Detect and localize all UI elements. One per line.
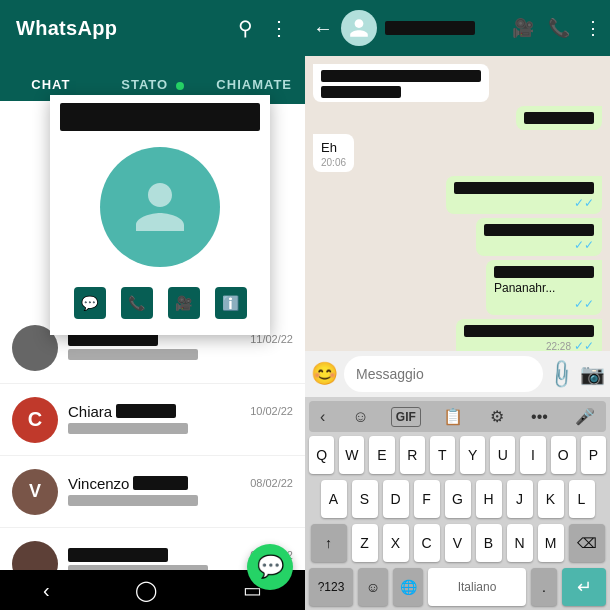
contact-info — [385, 21, 504, 35]
back-button[interactable]: ← — [313, 17, 333, 40]
chat-info: 11/02/22 — [68, 332, 293, 363]
message-bubble: Eh 20:06 — [313, 134, 354, 172]
key-r[interactable]: R — [400, 436, 425, 474]
key-v[interactable]: V — [445, 524, 471, 562]
kb-clipboard-icon[interactable]: 📋 — [438, 405, 468, 428]
contact-name-blur — [385, 21, 475, 35]
chat-info: Vincenzo 08/02/22 — [68, 475, 293, 509]
contact-popup: 💬 📞 🎥 ℹ️ — [50, 95, 270, 335]
avatar-person-icon — [348, 17, 370, 39]
key-h[interactable]: H — [476, 480, 502, 518]
chat-header: ← 🎥 📞 ⋮ — [305, 0, 610, 56]
keyboard: ‹ ☺ GIF 📋 ⚙ ••• 🎤 Q W E R T Y U I O P — [305, 397, 610, 610]
kb-more-icon[interactable]: ••• — [526, 406, 553, 428]
message-bubble — [516, 106, 602, 130]
key-o[interactable]: O — [551, 436, 576, 474]
message-text: Eh — [321, 140, 337, 155]
keyboard-row-4: ?123 ☺ 🌐 Italiano . ↵ — [309, 568, 606, 606]
avatar: C — [12, 397, 58, 443]
list-item[interactable]: C Chiara 10/02/22 — [0, 384, 305, 456]
popup-name-blur — [60, 103, 260, 131]
messages-area: Eh 20:06 ✓✓ ✓✓ Pananahr... — [305, 56, 610, 351]
key-q[interactable]: Q — [309, 436, 334, 474]
msg-blur — [494, 266, 594, 278]
smiley-key[interactable]: ☺ — [358, 568, 388, 606]
whatsapp-header: WhatsApp ⚲ ⋮ — [0, 0, 305, 56]
key-x[interactable]: X — [383, 524, 409, 562]
emoji-button[interactable]: 😊 — [311, 361, 338, 387]
key-e[interactable]: E — [369, 436, 394, 474]
message-bubble: ✓✓ — [446, 176, 602, 214]
message-bubble: Pananahr... ✓✓ — [486, 260, 602, 315]
msg-blur — [321, 70, 481, 82]
message-time: 20:06 — [321, 157, 346, 168]
kb-back-icon[interactable]: ‹ — [315, 406, 330, 428]
num-key[interactable]: ?123 — [309, 568, 353, 606]
popup-message-btn[interactable]: 💬 — [74, 287, 106, 319]
key-d[interactable]: D — [383, 480, 409, 518]
message-text: Pananahr... — [494, 281, 555, 295]
kb-settings-icon[interactable]: ⚙ — [485, 405, 509, 428]
new-chat-fab[interactable]: 💬 — [247, 544, 293, 590]
header-icons: ⚲ ⋮ — [238, 16, 289, 40]
popup-info-btn[interactable]: ℹ️ — [215, 287, 247, 319]
camera-button[interactable]: 📷 — [580, 362, 605, 386]
popup-actions: 💬 📞 🎥 ℹ️ — [50, 275, 270, 335]
key-n[interactable]: N — [507, 524, 533, 562]
home-nav-icon[interactable]: ◯ — [135, 578, 157, 602]
right-panel: ← 🎥 📞 ⋮ Eh — [305, 0, 610, 610]
keyboard-rows: Q W E R T Y U I O P A S D F G H J K — [309, 436, 606, 606]
key-c[interactable]: C — [414, 524, 440, 562]
back-nav-icon[interactable]: ‹ — [43, 579, 50, 602]
attach-button[interactable]: 📎 — [544, 357, 579, 392]
more-icon[interactable]: ⋮ — [269, 16, 289, 40]
globe-key[interactable]: 🌐 — [393, 568, 423, 606]
keyboard-row-3: ↑ Z X C V B N M ⌫ — [309, 524, 606, 562]
key-f[interactable]: F — [414, 480, 440, 518]
video-call-icon[interactable]: 🎥 — [512, 17, 534, 39]
keyboard-toolbar: ‹ ☺ GIF 📋 ⚙ ••• 🎤 — [309, 401, 606, 432]
key-b[interactable]: B — [476, 524, 502, 562]
kb-mic-toolbar-icon[interactable]: 🎤 — [570, 405, 600, 428]
msg-blur — [321, 86, 401, 98]
msg-blur — [524, 112, 594, 124]
key-m[interactable]: M — [538, 524, 564, 562]
shift-key[interactable]: ↑ — [311, 524, 347, 562]
key-p[interactable]: P — [581, 436, 606, 474]
message-input[interactable] — [344, 356, 543, 392]
period-key[interactable]: . — [531, 568, 557, 606]
kb-emoji-icon[interactable]: ☺ — [347, 406, 373, 428]
keyboard-row-2: A S D F G H J K L — [309, 480, 606, 518]
voice-call-icon[interactable]: 📞 — [548, 17, 570, 39]
key-l[interactable]: L — [569, 480, 595, 518]
key-k[interactable]: K — [538, 480, 564, 518]
message-bubble — [313, 64, 489, 102]
kb-gif-button[interactable]: GIF — [391, 407, 421, 427]
enter-key[interactable]: ↵ — [562, 568, 606, 606]
key-j[interactable]: J — [507, 480, 533, 518]
chat-header-icons: 🎥 📞 ⋮ — [512, 17, 602, 39]
key-s[interactable]: S — [352, 480, 378, 518]
key-a[interactable]: A — [321, 480, 347, 518]
popup-avatar-area — [50, 131, 270, 275]
avatar: V — [12, 469, 58, 515]
key-w[interactable]: W — [339, 436, 364, 474]
key-g[interactable]: G — [445, 480, 471, 518]
more-options-icon[interactable]: ⋮ — [584, 17, 602, 39]
popup-call-btn[interactable]: 📞 — [121, 287, 153, 319]
key-i[interactable]: I — [520, 436, 545, 474]
key-u[interactable]: U — [490, 436, 515, 474]
backspace-key[interactable]: ⌫ — [569, 524, 605, 562]
popup-video-btn[interactable]: 🎥 — [168, 287, 200, 319]
contact-avatar — [341, 10, 377, 46]
key-t[interactable]: T — [430, 436, 455, 474]
key-z[interactable]: Z — [352, 524, 378, 562]
message-bubble: 22:28 ✓✓ — [456, 319, 602, 351]
list-item[interactable]: V Vincenzo 08/02/22 — [0, 456, 305, 528]
key-y[interactable]: Y — [460, 436, 485, 474]
space-key[interactable]: Italiano — [428, 568, 526, 606]
msg-blur — [454, 182, 594, 194]
search-icon[interactable]: ⚲ — [238, 16, 253, 40]
app-title: WhatsApp — [16, 17, 117, 40]
left-panel: WhatsApp ⚲ ⋮ CHAT STATO CHIAMATE — [0, 0, 305, 610]
